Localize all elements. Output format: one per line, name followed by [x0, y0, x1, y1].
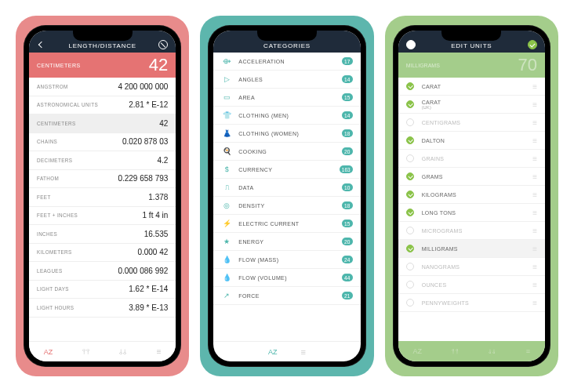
conversion-row[interactable]: ANGSTROM4 200 000 000 [29, 78, 176, 96]
edit-unit-row[interactable]: KILOGRAMS≡ [398, 186, 545, 204]
drag-handle-icon[interactable]: ≡ [532, 172, 537, 181]
category-row[interactable]: ▷ANGLES14 [213, 71, 360, 89]
edit-unit-row[interactable]: MILLIGRAMS≡ [398, 240, 545, 258]
category-list[interactable]: ⟴ACCELERATION17▷ANGLES14▭AREA15👕CLOTHING… [213, 53, 360, 341]
sort-az-button[interactable]: AZ [44, 348, 53, 356]
unit-value: 42 [159, 119, 168, 128]
drag-handle-icon[interactable]: ≡ [532, 281, 537, 289]
confirm-icon[interactable] [528, 40, 537, 49]
toggle-checkbox[interactable] [406, 82, 414, 90]
toggle-checkbox[interactable] [406, 209, 414, 216]
category-row[interactable]: 👕CLOTHING (MEN)14 [213, 107, 360, 125]
edit-unit-row[interactable]: GRAINS≡ [398, 150, 545, 168]
toggle-checkbox[interactable] [406, 263, 414, 270]
conversion-row[interactable]: LEAGUES0.000 086 992 [29, 262, 176, 281]
category-name: ACCELERATION [238, 59, 341, 64]
conversion-row[interactable]: ASTRONOMICAL UNITS2.81 * E-12 [29, 96, 176, 115]
conversion-row[interactable]: CHAINS0.020 878 03 [29, 133, 176, 152]
page-title: CATEGORIES [263, 42, 311, 49]
bars-desc-icon[interactable]: ⫰⫰ [119, 347, 127, 356]
selected-unit-header[interactable]: CENTIMETERS 42 [29, 53, 176, 78]
unit-name: INCHES [37, 231, 57, 237]
drag-handle-icon[interactable]: ≡ [532, 136, 537, 145]
unit-value: 2.81 * E-12 [129, 100, 168, 109]
conversion-row[interactable]: LIGHT HOURS3.89 * E-13 [29, 299, 176, 318]
toggle-checkbox[interactable] [406, 191, 414, 198]
category-count-badge: 20 [342, 147, 353, 155]
conversion-row[interactable]: FATHOM0.229 658 793 [29, 170, 176, 189]
category-row[interactable]: ⎍DATA10 [213, 179, 360, 197]
unit-name: FEET + INCHES [37, 212, 78, 218]
category-row[interactable]: ◎DENSITY18 [213, 197, 360, 215]
conversion-row[interactable]: INCHES16.535 [29, 225, 176, 244]
category-row[interactable]: 💧FLOW (MASS)24 [213, 251, 360, 269]
toggle-checkbox[interactable] [406, 281, 414, 289]
edit-unit-row[interactable]: MICROGRAMS≡ [398, 222, 545, 240]
toggle-checkbox[interactable] [406, 154, 414, 162]
menu-icon[interactable]: ≡ [157, 347, 162, 356]
edit-unit-row[interactable]: LONG TONS≡ [398, 204, 545, 222]
category-row[interactable]: ★ENERGY20 [213, 233, 360, 251]
toggle-checkbox[interactable] [406, 136, 414, 144]
drag-handle-icon[interactable]: ≡ [532, 154, 537, 163]
drag-handle-icon[interactable]: ≡ [532, 100, 537, 109]
conversion-list[interactable]: ANGSTROM4 200 000 000ASTRONOMICAL UNITS2… [29, 78, 176, 341]
category-count-badge: 10 [342, 183, 353, 191]
unit-name: LIGHT DAYS [37, 286, 69, 292]
category-count-badge: 15 [342, 93, 353, 101]
edit-unit-row[interactable]: CARAT(UK)≡ [398, 96, 545, 114]
toggle-checkbox[interactable] [406, 245, 414, 252]
edit-unit-row[interactable]: NANOGRAMS≡ [398, 258, 545, 276]
conversion-row[interactable]: CENTIMETERS42 [29, 114, 176, 133]
screen-length-distance: LENGTH/DISTANCE CENTIMETERS 42 ANGSTROM4… [29, 31, 176, 361]
category-row[interactable]: 👗CLOTHING (WOMEN)18 [213, 125, 360, 143]
conversion-row[interactable]: FEET1.378 [29, 188, 176, 207]
category-row[interactable]: 💧FLOW (VOLUME)44 [213, 269, 360, 287]
edit-unit-row[interactable]: CARAT≡ [398, 78, 545, 96]
toggle-checkbox[interactable] [406, 299, 414, 307]
drag-handle-icon[interactable]: ≡ [532, 82, 537, 91]
category-count-badge: 20 [342, 238, 353, 245]
category-count-badge: 17 [342, 57, 353, 65]
edit-unit-row[interactable]: GRAMS≡ [398, 168, 545, 186]
drag-handle-icon[interactable]: ≡ [532, 118, 537, 127]
drag-handle-icon[interactable]: ≡ [532, 299, 537, 307]
drag-handle-icon[interactable]: ≡ [532, 263, 537, 271]
category-row[interactable]: ⚡ELECTRIC CURRENT15 [213, 215, 360, 233]
conversion-row[interactable]: FEET + INCHES1 ft 4 in [29, 207, 176, 226]
bars-desc-icon[interactable]: ⫰⫰ [489, 347, 496, 355]
unit-name: CHAINS [37, 139, 57, 144]
category-row[interactable]: ⟴ACCELERATION17 [213, 53, 360, 71]
drag-handle-icon[interactable]: ≡ [532, 245, 537, 253]
toggle-checkbox[interactable] [406, 172, 414, 180]
edit-unit-row[interactable]: CENTIGRAMS≡ [398, 114, 545, 132]
toggle-checkbox[interactable] [406, 118, 414, 126]
menu-icon[interactable]: ≡ [301, 347, 306, 357]
category-row[interactable]: ↗FORCE21 [213, 287, 360, 305]
sort-az-button[interactable]: AZ [268, 348, 278, 356]
conversion-row[interactable]: LIGHT DAYS1.62 * E-14 [29, 281, 176, 299]
category-row[interactable]: 🍳COOKING20 [213, 143, 360, 161]
drag-handle-icon[interactable]: ≡ [532, 227, 537, 235]
category-count-badge: 21 [342, 292, 353, 299]
drag-handle-icon[interactable]: ≡ [532, 191, 537, 199]
back-icon[interactable] [37, 40, 46, 49]
bottom-toolbar: AZ ⫯⫯ ⫰⫰ ≡ [398, 341, 545, 361]
bars-asc-icon[interactable]: ⫯⫯ [452, 347, 460, 355]
category-row[interactable]: $CURRENCY163 [213, 161, 360, 179]
edit-unit-list[interactable]: CARAT≡CARAT(UK)≡CENTIGRAMS≡DALTON≡GRAINS… [398, 78, 545, 341]
toggle-checkbox[interactable] [406, 100, 414, 108]
edit-unit-row[interactable]: PENNYWEIGHTS≡ [398, 294, 545, 312]
conversion-row[interactable]: KILOMETERS0.000 42 [29, 244, 176, 263]
bars-asc-icon[interactable]: ⫯⫯ [82, 347, 90, 356]
toggle-checkbox[interactable] [406, 227, 414, 234]
edit-unit-row[interactable]: DALTON≡ [398, 132, 545, 150]
sort-az-button[interactable]: AZ [412, 347, 422, 355]
drag-handle-icon[interactable]: ≡ [532, 209, 537, 217]
menu-icon[interactable]: ≡ [526, 347, 530, 355]
options-icon[interactable] [158, 40, 168, 49]
cancel-icon[interactable] [406, 40, 416, 49]
category-row[interactable]: ▭AREA15 [213, 89, 360, 107]
edit-unit-row[interactable]: OUNCES≡ [398, 276, 545, 294]
conversion-row[interactable]: DECIMETERS4.2 [29, 151, 176, 170]
